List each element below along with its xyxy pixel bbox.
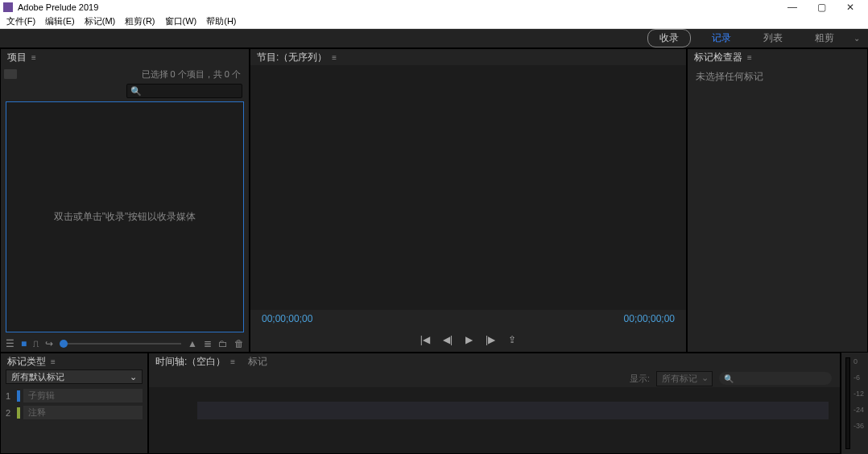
timeline-show-label: 显示: (630, 373, 650, 385)
titlebar: Adobe Prelude 2019 — ▢ ✕ (0, 0, 868, 14)
close-button[interactable]: ✕ (836, 2, 865, 13)
timecode-current[interactable]: 00;00;00;00 (262, 313, 312, 324)
tab-roughcut[interactable]: 粗剪 (804, 30, 845, 47)
marker-inspector-panel: 标记检查器 ≡ 未选择任何标记 (687, 48, 868, 353)
project-bin-area[interactable]: 双击或单击"收录"按钮以收录媒体 (6, 101, 244, 332)
sort-icon[interactable]: ⎍ (33, 338, 39, 349)
tab-ingest[interactable]: 收录 (647, 29, 691, 47)
workspace-menu-icon[interactable]: ⌄ (854, 34, 860, 43)
marker-row-label: 注释 (23, 406, 143, 419)
minimize-button[interactable]: — (778, 2, 807, 13)
zoom-slider[interactable] (60, 343, 181, 345)
timeline-toolbar: 显示: 所有标记 ⌄ 🔍 (149, 369, 840, 387)
new-bin-icon[interactable]: ≣ (204, 338, 212, 349)
timeline-panel: 时间轴:（空白） ≡ 标记 显示: 所有标记 ⌄ 🔍 (148, 353, 841, 454)
marker-type-header: 标记类型 ≡ (1, 353, 147, 369)
project-selection-info: 已选择 0 个项目，共 0 个 (134, 65, 249, 82)
marker-color-swatch (17, 407, 20, 419)
app-title: Adobe Prelude 2019 (18, 2, 778, 12)
folder-icon[interactable] (4, 69, 17, 79)
marker-type-row[interactable]: 2 注释 (1, 404, 147, 421)
workspace-tabbar: 收录 记录 列表 粗剪 ⌄ (0, 29, 868, 48)
timeline-tab-markers[interactable]: 标记 (248, 355, 267, 369)
go-to-in-icon[interactable]: |◀ (420, 334, 430, 345)
timeline-header: 时间轴:（空白） ≡ 标记 (149, 353, 840, 369)
timeline-track-area[interactable] (149, 387, 840, 453)
zoom-slider-thumb[interactable] (60, 340, 68, 348)
program-monitor[interactable] (250, 65, 686, 310)
marker-color-swatch (17, 390, 20, 402)
play-icon[interactable]: ▶ (465, 334, 473, 345)
menu-help[interactable]: 帮助(H) (201, 15, 241, 27)
marker-inspector-empty: 未选择任何标记 (696, 71, 763, 82)
chevron-down-icon: ⌄ (130, 372, 137, 382)
tab-list[interactable]: 列表 (752, 30, 794, 47)
menu-window[interactable]: 窗口(W) (160, 15, 202, 27)
marker-inspector-title: 标记检查器 (694, 51, 742, 64)
step-forward-icon[interactable]: |▶ (486, 334, 495, 345)
project-footer-toolbar: ☰ ■ ⎍ ↪ ▲ ≣ 🗀 🗑 (1, 336, 249, 352)
program-timecodes: 00;00;00;00 00;00;00;00 (250, 310, 686, 328)
marker-row-num: 2 (6, 408, 17, 418)
program-panel-header: 节目:（无序列） ≡ (250, 49, 686, 65)
marker-row-label: 子剪辑 (23, 389, 143, 402)
project-panel: 项目 ≡ 已选择 0 个项目，共 0 个 🔍 双击或单击"收录"按钮以收录媒体 … (0, 48, 250, 353)
search-icon: 🔍 (724, 374, 734, 383)
panel-menu-icon[interactable]: ≡ (747, 53, 752, 62)
delete-icon[interactable]: 🗑 (234, 338, 244, 349)
timeline-marker-filter[interactable]: 所有标记 ⌄ (656, 371, 713, 386)
thumbnail-view-icon[interactable]: ■ (21, 338, 27, 349)
marker-type-select[interactable]: 所有默认标记 ⌄ (6, 369, 143, 384)
menubar: 文件(F) 编辑(E) 标记(M) 粗剪(R) 窗口(W) 帮助(H) (0, 14, 868, 29)
project-search-input[interactable]: 🔍 (126, 84, 242, 98)
menu-marker[interactable]: 标记(M) (80, 15, 121, 27)
tab-logging[interactable]: 记录 (701, 30, 742, 47)
search-icon: 🔍 (130, 86, 142, 97)
menu-edit[interactable]: 编辑(E) (40, 15, 80, 27)
marker-type-select-label: 所有默认标记 (11, 371, 64, 383)
menu-roughcut[interactable]: 粗剪(R) (120, 15, 159, 27)
folder-new-icon[interactable]: 🗀 (218, 338, 228, 349)
project-panel-header: 项目 ≡ (1, 49, 249, 65)
auto-icon[interactable]: ↪ (45, 338, 53, 349)
maximize-button[interactable]: ▢ (807, 2, 836, 13)
audio-meter-bar (845, 357, 850, 449)
thumb-zoom-icon[interactable]: ▲ (188, 338, 197, 349)
timeline-search-input[interactable]: 🔍 (719, 372, 832, 385)
marker-inspector-body: 未选择任何标记 (688, 65, 867, 352)
project-panel-title: 项目 (7, 51, 27, 64)
timecode-duration[interactable]: 00;00;00;00 (624, 313, 675, 324)
panel-menu-icon[interactable]: ≡ (332, 53, 337, 62)
project-empty-hint: 双击或单击"收录"按钮以收录媒体 (54, 210, 196, 224)
marker-inspector-header: 标记检查器 ≡ (688, 49, 867, 65)
list-view-icon[interactable]: ☰ (6, 338, 14, 349)
transport-controls: |◀ ◀| ▶ |▶ ⇪ (250, 328, 686, 352)
audio-meter: 0 -6 -12 -24 -36 (841, 353, 868, 454)
program-panel-title: 节目:（无序列） (257, 51, 327, 64)
export-icon[interactable]: ⇪ (508, 334, 516, 345)
marker-type-title: 标记类型 (7, 355, 46, 369)
chevron-down-icon: ⌄ (701, 373, 709, 383)
menu-file[interactable]: 文件(F) (2, 15, 40, 27)
panel-menu-icon[interactable]: ≡ (51, 357, 56, 366)
timeline-title: 时间轴:（空白） (155, 355, 225, 369)
marker-type-row[interactable]: 1 子剪辑 (1, 387, 147, 404)
app-logo-icon (3, 2, 13, 12)
program-panel: 节目:（无序列） ≡ 00;00;00;00 00;00;00;00 |◀ ◀|… (250, 48, 687, 353)
panel-menu-icon[interactable]: ≡ (230, 357, 235, 366)
marker-row-num: 1 (6, 391, 17, 401)
step-back-icon[interactable]: ◀| (443, 334, 453, 345)
marker-type-panel: 标记类型 ≡ 所有默认标记 ⌄ 1 子剪辑 2 注释 (0, 353, 148, 454)
timeline-track[interactable] (197, 402, 829, 419)
panel-menu-icon[interactable]: ≡ (31, 53, 36, 62)
